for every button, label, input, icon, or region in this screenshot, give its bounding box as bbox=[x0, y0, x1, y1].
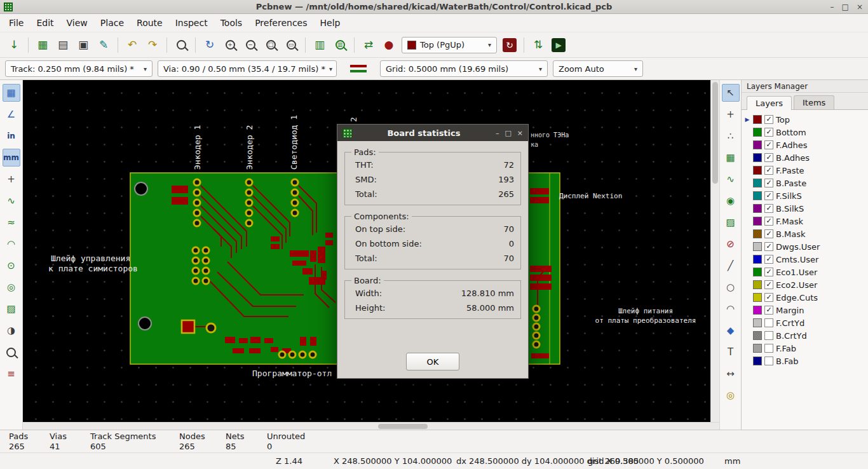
page-settings-button[interactable]: ▤ bbox=[54, 36, 72, 54]
layer-row-top[interactable]: ▶✓Top bbox=[742, 113, 868, 126]
dialog-titlebar[interactable]: Board statistics – □ × bbox=[337, 125, 528, 141]
layer-row-bfab[interactable]: B.Fab bbox=[742, 355, 868, 367]
layer-visibility-checkbox[interactable]: ✓ bbox=[764, 280, 773, 289]
dialog-maximize-button[interactable]: □ bbox=[505, 129, 511, 137]
layer-color-swatch[interactable] bbox=[753, 255, 762, 264]
layer-selector-combo[interactable]: Top (PgUp) ▾ bbox=[402, 37, 497, 53]
add-graphic-line-button[interactable]: ╱ bbox=[722, 257, 740, 275]
polar-coordinates-toggle[interactable]: ∠ bbox=[3, 105, 20, 123]
layer-row-eco1[interactable]: ✓Eco1.User bbox=[742, 266, 868, 278]
layer-color-swatch[interactable] bbox=[753, 166, 762, 175]
save-button[interactable]: ↓ bbox=[5, 36, 23, 54]
layer-color-swatch[interactable] bbox=[753, 318, 762, 327]
menu-preferences[interactable]: Preferences bbox=[248, 15, 313, 31]
footprint-editor-button[interactable]: ▥ bbox=[311, 36, 329, 54]
close-button[interactable]: × bbox=[857, 3, 863, 11]
add-via-button[interactable]: ◉ bbox=[722, 192, 740, 210]
via-size-combo[interactable]: Via: 0.90 / 0.50 mm (35.4 / 19.7 mils) *… bbox=[158, 60, 337, 77]
menu-tools[interactable]: Tools bbox=[214, 15, 249, 31]
layer-color-swatch[interactable] bbox=[753, 191, 762, 200]
layer-color-swatch[interactable] bbox=[753, 280, 762, 289]
layer-visibility-checkbox[interactable]: ✓ bbox=[764, 179, 773, 187]
dialog-minimize-button[interactable]: – bbox=[496, 129, 499, 137]
layer-row-bpaste[interactable]: ✓B.Paste bbox=[742, 177, 868, 189]
units-mm-toggle[interactable]: mm bbox=[3, 149, 20, 167]
layer-row-fsilks[interactable]: ✓F.SilkS bbox=[742, 189, 868, 202]
layer-color-swatch[interactable] bbox=[753, 331, 762, 340]
horizontal-scrollbar[interactable] bbox=[23, 422, 719, 430]
menu-route[interactable]: Route bbox=[130, 15, 169, 31]
tab-items[interactable]: Items bbox=[794, 95, 834, 109]
highlight-net-button[interactable]: + bbox=[722, 105, 740, 123]
find-button[interactable] bbox=[172, 36, 190, 54]
minimize-button[interactable]: – bbox=[831, 3, 834, 11]
auto-track-width-toggle[interactable] bbox=[344, 60, 372, 78]
sketch-zones-toggle[interactable]: ▨ bbox=[3, 300, 20, 318]
zoom-level-combo[interactable]: Zoom Auto ▾ bbox=[553, 60, 643, 77]
redo-button[interactable]: ↷ bbox=[144, 36, 161, 54]
drc-button[interactable]: ● bbox=[380, 36, 398, 54]
layer-visibility-checkbox[interactable]: ✓ bbox=[764, 191, 773, 200]
layer-visibility-checkbox[interactable]: ✓ bbox=[764, 229, 773, 238]
layer-visibility-checkbox[interactable]: ✓ bbox=[764, 255, 773, 264]
add-polygon-button[interactable]: ◆ bbox=[722, 322, 740, 339]
layer-row-eco2[interactable]: ✓Eco2.User bbox=[742, 278, 868, 291]
layer-visibility-checkbox[interactable]: ✓ bbox=[764, 242, 773, 251]
maximize-button[interactable]: □ bbox=[842, 3, 849, 11]
layer-visibility-checkbox[interactable]: ✓ bbox=[764, 293, 773, 302]
horizontal-scrollbar-thumb[interactable] bbox=[378, 424, 428, 429]
layer-visibility-checkbox[interactable] bbox=[764, 357, 773, 365]
pcb-canvas[interactable]: Энкодер 1 Энкодер 2 Светодиод 1 2 Шлейф … bbox=[23, 80, 710, 422]
plot-button[interactable]: ✎ bbox=[95, 36, 112, 54]
menu-inspect[interactable]: Inspect bbox=[169, 15, 214, 31]
dialog-close-button[interactable]: × bbox=[517, 129, 523, 137]
cursor-shape-toggle[interactable]: + bbox=[3, 170, 20, 188]
layer-row-bsilks[interactable]: ✓B.SilkS bbox=[742, 202, 868, 215]
units-inches-toggle[interactable]: in bbox=[3, 127, 20, 145]
layer-visibility-checkbox[interactable] bbox=[764, 318, 773, 327]
magnifier-toggle[interactable] bbox=[3, 343, 20, 361]
layer-color-swatch[interactable] bbox=[753, 293, 762, 302]
update-pcb-button[interactable]: ⇄ bbox=[360, 36, 377, 54]
add-dimension-button[interactable]: ↔ bbox=[722, 365, 740, 383]
sketch-tracks-toggle[interactable]: ◠ bbox=[3, 235, 20, 253]
ok-button[interactable]: OK bbox=[406, 353, 459, 370]
layer-visibility-checkbox[interactable]: ✓ bbox=[764, 140, 773, 149]
layer-row-edgecuts[interactable]: ✓Edge.Cuts bbox=[742, 291, 868, 304]
layer-color-swatch[interactable] bbox=[753, 306, 762, 315]
grid-visibility-toggle[interactable]: ▦ bbox=[3, 84, 20, 102]
add-text-button[interactable]: T bbox=[722, 343, 740, 361]
layer-row-fmask[interactable]: ✓F.Mask bbox=[742, 215, 868, 228]
print-button[interactable]: ▣ bbox=[74, 36, 92, 54]
layer-color-swatch[interactable] bbox=[753, 115, 762, 124]
zoom-fit-button[interactable]: □ bbox=[262, 36, 280, 54]
sketch-vias-toggle[interactable]: ◎ bbox=[3, 278, 20, 296]
zoom-out-button[interactable]: − bbox=[241, 36, 259, 54]
zoom-in-button[interactable]: + bbox=[221, 36, 239, 54]
menu-file[interactable]: File bbox=[3, 15, 30, 31]
layer-color-swatch[interactable] bbox=[753, 357, 762, 365]
add-zone-button[interactable]: ▨ bbox=[722, 214, 740, 231]
route-tracks-button[interactable]: ∿ bbox=[722, 170, 740, 188]
sketch-pads-toggle[interactable]: ⊙ bbox=[3, 257, 20, 275]
menu-place[interactable]: Place bbox=[94, 15, 130, 31]
layer-visibility-checkbox[interactable]: ✓ bbox=[764, 204, 773, 213]
set-grid-origin-button[interactable]: ◎ bbox=[722, 386, 740, 404]
layer-visibility-checkbox[interactable]: ✓ bbox=[764, 217, 773, 226]
layer-color-swatch[interactable] bbox=[753, 242, 762, 251]
layer-color-swatch[interactable] bbox=[753, 229, 762, 238]
layer-color-swatch[interactable] bbox=[753, 268, 762, 276]
local-ratsnest-toggle[interactable]: ≈ bbox=[3, 214, 20, 231]
select-tool-button[interactable]: ↖ bbox=[722, 84, 740, 102]
layer-row-fadhes[interactable]: ✓F.Adhes bbox=[742, 139, 868, 151]
layer-refresh-button[interactable]: ↻ bbox=[501, 36, 519, 54]
add-footprint-button[interactable]: ▦ bbox=[722, 149, 740, 167]
layer-visibility-checkbox[interactable]: ✓ bbox=[764, 128, 773, 137]
menu-edit[interactable]: Edit bbox=[30, 15, 60, 31]
layer-row-margin[interactable]: ✓Margin bbox=[742, 304, 868, 316]
local-ratsnest-button[interactable]: ∴ bbox=[722, 127, 740, 145]
layer-visibility-checkbox[interactable] bbox=[764, 344, 773, 353]
layer-visibility-checkbox[interactable]: ✓ bbox=[764, 306, 773, 315]
board-setup-button[interactable]: ▦ bbox=[34, 36, 51, 54]
layer-visibility-checkbox[interactable]: ✓ bbox=[764, 268, 773, 276]
